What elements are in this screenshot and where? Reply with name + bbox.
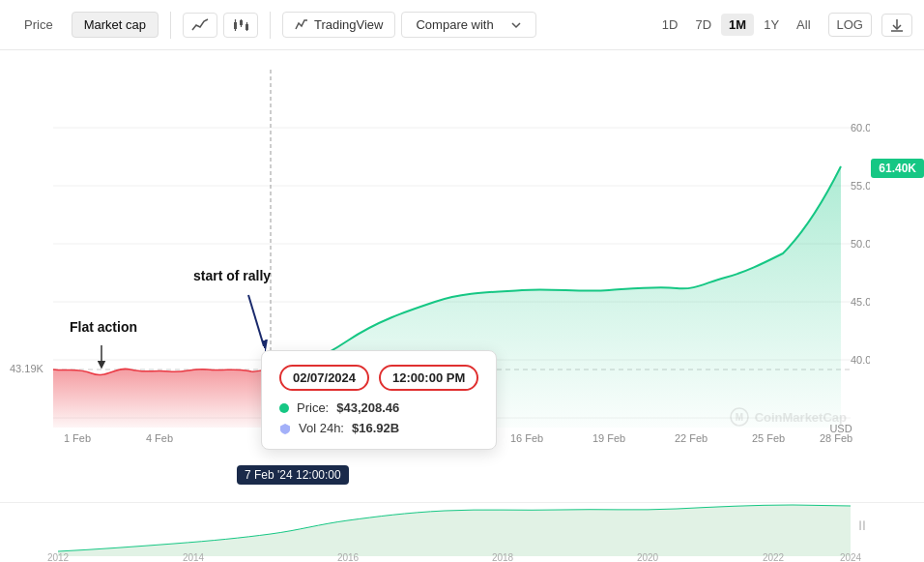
tooltip-vol-label: Vol 24h: xyxy=(299,421,344,435)
period-1d[interactable]: 1D xyxy=(654,14,686,36)
svg-text:1 Feb: 1 Feb xyxy=(64,432,91,444)
mini-chart-svg: 2012 2014 2016 2018 2020 2022 2024 ⏸ xyxy=(0,503,870,562)
svg-text:16 Feb: 16 Feb xyxy=(510,432,543,444)
line-icon-svg xyxy=(191,18,209,32)
tooltip-time: 12:00:00 PM xyxy=(379,365,478,391)
chart-container: 60.00K 55.00K 50.00K 45.00K 40.00K 43.19… xyxy=(0,50,924,562)
line-chart-icon[interactable] xyxy=(183,13,217,38)
svg-text:2020: 2020 xyxy=(637,552,659,562)
chart-tooltip: 02/07/2024 12:00:00 PM Price: $43,208.46… xyxy=(261,350,497,450)
marketcap-button[interactable]: Market cap xyxy=(72,12,159,38)
shield-icon xyxy=(279,423,291,434)
svg-text:60.00K: 60.00K xyxy=(851,122,870,133)
svg-text:2014: 2014 xyxy=(183,552,205,562)
coinmarketcap-watermark: M CoinMarketCap xyxy=(730,407,847,427)
separator-1 xyxy=(170,12,171,39)
svg-text:M: M xyxy=(735,412,742,423)
tooltip-date: 02/07/2024 xyxy=(279,365,369,391)
log-button[interactable]: LOG xyxy=(828,13,872,37)
svg-text:43.19K: 43.19K xyxy=(10,363,44,374)
tradingview-icon xyxy=(295,18,308,32)
tooltip-date-row: 02/07/2024 12:00:00 PM xyxy=(279,365,478,391)
svg-text:2024: 2024 xyxy=(840,552,862,562)
svg-text:50.00K: 50.00K xyxy=(851,238,870,250)
price-button[interactable]: Price xyxy=(12,12,66,38)
price-label-right: 61.40K xyxy=(871,159,924,178)
tradingview-label: TradingView xyxy=(314,17,384,32)
svg-text:2018: 2018 xyxy=(492,552,514,562)
tooltip-price-row: Price: $43,208.46 xyxy=(279,400,478,415)
period-7d[interactable]: 7D xyxy=(687,14,719,36)
tradingview-button[interactable]: TradingView xyxy=(282,12,396,38)
compare-label: Compare with xyxy=(416,17,493,32)
tooltip-vol-value: $16.92B xyxy=(352,421,399,435)
compare-button[interactable]: Compare with xyxy=(401,12,536,38)
annotation-flat: Flat action xyxy=(70,319,137,335)
svg-rect-6 xyxy=(245,24,248,30)
svg-text:2016: 2016 xyxy=(337,552,360,562)
svg-text:45.00K: 45.00K xyxy=(851,296,870,308)
svg-text:19 Feb: 19 Feb xyxy=(592,432,625,444)
xaxis-datetime-tooltip: 7 Feb '24 12:00:00 xyxy=(237,465,349,485)
svg-text:40.00K: 40.00K xyxy=(851,354,870,366)
candle-icon-svg xyxy=(232,18,249,32)
svg-text:22 Feb: 22 Feb xyxy=(675,432,707,444)
toolbar: Price Market cap TradingView Compare wit… xyxy=(0,0,924,50)
svg-text:25 Feb: 25 Feb xyxy=(752,432,785,444)
period-group: 1D 7D 1M 1Y All xyxy=(654,14,819,36)
price-dot xyxy=(279,403,289,413)
candle-chart-icon[interactable] xyxy=(223,13,258,38)
tooltip-vol-row: Vol 24h: $16.92B xyxy=(279,421,478,435)
separator-2 xyxy=(270,12,271,39)
svg-text:2022: 2022 xyxy=(763,552,785,562)
chevron-down-icon xyxy=(510,19,522,31)
svg-rect-3 xyxy=(240,20,243,25)
download-button[interactable] xyxy=(881,14,912,37)
svg-text:55.00K: 55.00K xyxy=(851,180,870,192)
tooltip-price-label: Price: xyxy=(297,400,329,415)
svg-text:⏸: ⏸ xyxy=(855,518,869,533)
svg-rect-0 xyxy=(234,22,237,29)
annotation-rally: start of rally xyxy=(193,268,271,283)
tooltip-price-value: $43,208.46 xyxy=(336,400,399,415)
download-icon xyxy=(890,18,904,32)
period-1m[interactable]: 1M xyxy=(721,14,754,36)
svg-text:2012: 2012 xyxy=(47,552,70,562)
period-1y[interactable]: 1Y xyxy=(756,14,787,36)
mini-chart-area: 2012 2014 2016 2018 2020 2022 2024 ⏸ xyxy=(0,502,924,562)
svg-text:4 Feb: 4 Feb xyxy=(146,432,173,444)
cmc-logo: M xyxy=(730,407,749,427)
period-all[interactable]: All xyxy=(789,14,818,36)
